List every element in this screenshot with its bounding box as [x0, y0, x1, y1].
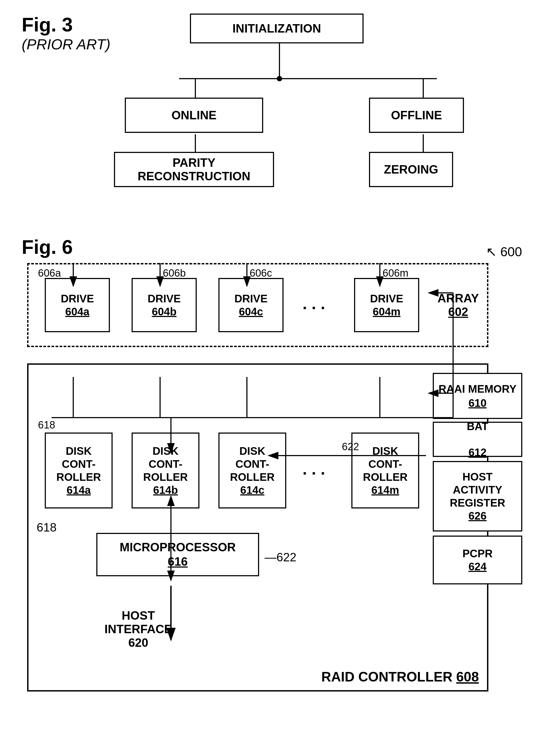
dots-2: . . . [303, 460, 325, 478]
parity-box: PARITY RECONSTRUCTION [114, 152, 274, 187]
fig3-diagram: INITIALIZATION ONLINE OFFLINE PARITY REC… [109, 8, 538, 214]
array-ref: 602 [448, 305, 468, 319]
drive-604c: DRIVE 604c [218, 278, 284, 332]
array-box: ARRAY 602 DRIVE 604a DRIVE 604b DRIVE 60… [27, 263, 488, 347]
bat-box: BAT 612 [433, 422, 522, 457]
offline-box: OFFLINE [369, 98, 464, 133]
raid-label: RAID CONTROLLER 608 [321, 669, 479, 685]
host-interface-label: HOST INTERFACE 620 [104, 609, 172, 649]
raai-memory-box: RAAI MEMORY 610 [433, 373, 522, 419]
pcpr-box: PCPR 624 [433, 535, 522, 584]
drive-604a: DRIVE 604a [45, 278, 110, 332]
fig3-number: Fig. 3 [22, 14, 110, 36]
disk-ctrl-614m: DISK CONT- ROLLER 614m [351, 432, 419, 508]
ref-622: —622 [265, 550, 296, 564]
microprocessor-box: MICROPROCESSOR 616 [96, 533, 259, 576]
fig3-label: Fig. 3 (PRIOR ART) [22, 14, 110, 53]
dots-1: . . . [303, 294, 325, 313]
disk-ctrl-614c: DISK CONT- ROLLER 614c [218, 432, 286, 508]
raid-controller-box: RAID CONTROLLER 608 DISK CONT- ROLLER 61… [27, 364, 488, 691]
array-label: ARRAY [438, 292, 479, 305]
svg-point-6 [277, 76, 282, 81]
disk-ctrl-614a: DISK CONT- ROLLER 614a [45, 432, 113, 508]
host-activity-register-box: HOST ACTIVITY REGISTER 626 [433, 461, 522, 531]
drive-604m: DRIVE 604m [354, 278, 419, 332]
fig6-label: Fig. 6 [22, 236, 73, 258]
initialization-box: INITIALIZATION [190, 14, 364, 43]
fig3-prior-art: (PRIOR ART) [22, 36, 110, 53]
online-box: ONLINE [125, 98, 263, 133]
fig6-ref: ↖ 600 [486, 244, 522, 259]
fig6-number: Fig. 6 [22, 236, 73, 258]
disk-ctrl-614b: DISK CONT- ROLLER 614b [132, 432, 199, 508]
bus-label: 618 [37, 521, 56, 534]
drive-604b: DRIVE 604b [132, 278, 197, 332]
zeroing-box: ZEROING [369, 152, 453, 187]
